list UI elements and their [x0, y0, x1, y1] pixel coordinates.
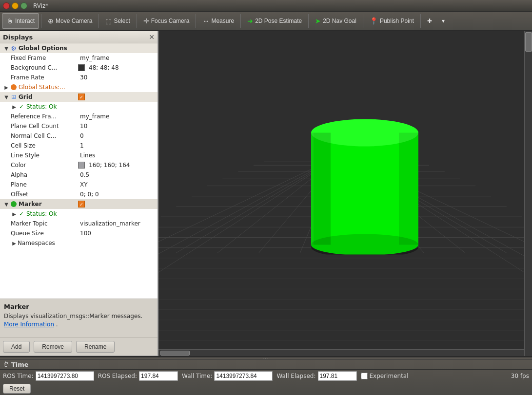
- plane-cell-label: Plane Cell Count: [11, 123, 69, 130]
- namespaces-item[interactable]: ▶ Namespaces: [0, 238, 158, 248]
- wall-time-input[interactable]: [214, 371, 273, 381]
- toolbar-separator: [41, 14, 41, 28]
- measure-icon: ↔: [202, 17, 209, 25]
- background-item[interactable]: Background C... 48; 48; 48: [0, 63, 158, 73]
- marker-status-item[interactable]: ▶ ✓ Status: Ok: [0, 209, 158, 219]
- remove-button[interactable]: Remove: [34, 341, 72, 353]
- publish-point-label: Publish Point: [380, 18, 414, 24]
- wall-elapsed-input[interactable]: [318, 371, 357, 381]
- marker-enabled-checkbox[interactable]: ✓: [78, 201, 85, 207]
- orange-circle-icon: [10, 83, 18, 91]
- ros-elapsed-input[interactable]: [139, 371, 178, 381]
- grid-color-value: 160; 160; 164: [87, 162, 130, 169]
- viewport-vertical-scrollbar[interactable]: [524, 31, 532, 356]
- grid-status-expand[interactable]: ▶: [11, 104, 18, 110]
- pose-estimate-button[interactable]: ➜ 2D Pose Estimate: [243, 13, 306, 29]
- content-area: Displays ✕ ▼ ⚙ Global Options: [0, 31, 532, 356]
- minimize-button[interactable]: [12, 2, 19, 9]
- alpha-item[interactable]: Alpha 0.5: [0, 170, 158, 180]
- marker-topic-value: visualization_marker: [78, 220, 140, 227]
- ros-time-group: ROS Time:: [3, 371, 94, 381]
- marker-topic-label: Marker Topic: [11, 220, 69, 227]
- queue-size-item[interactable]: Queue Size 100: [0, 228, 158, 238]
- fixed-frame-label: Fixed Frame: [11, 55, 69, 61]
- vertical-scroll-handle[interactable]: [525, 32, 532, 52]
- global-status-expand[interactable]: ▶: [3, 85, 10, 90]
- maximize-button[interactable]: [20, 2, 27, 9]
- info-title: Marker: [4, 303, 154, 310]
- status-bar: ⏱ Time ROS Time: ROS Elapsed: Wall Time:…: [0, 356, 532, 395]
- info-desc-text: Displays visualization_msgs::Marker mess…: [4, 313, 142, 320]
- marker-section-item[interactable]: ▼ Marker ✓: [0, 199, 158, 209]
- select-button[interactable]: ⬚ Select: [101, 13, 134, 29]
- ref-frame-label: Reference Fra...: [11, 113, 69, 120]
- checkmark-icon: ✓: [18, 103, 25, 111]
- namespaces-label: Namespaces: [18, 240, 76, 246]
- toolbar-dropdown-button[interactable]: ▾: [437, 13, 449, 29]
- global-status-item[interactable]: ▶ Global Status:...: [0, 82, 158, 92]
- move-camera-button[interactable]: ⊕ Move Camera: [43, 13, 97, 29]
- ref-frame-value: my_frame: [78, 113, 109, 120]
- toolbar: 🖱 Interact ⊕ Move Camera ⬚ Select ✛ Focu…: [0, 12, 532, 31]
- pose-estimate-icon: ➜: [247, 17, 253, 25]
- focus-camera-button[interactable]: ✛ Focus Camera: [139, 13, 194, 29]
- displays-close-button[interactable]: ✕: [149, 33, 155, 41]
- marker-checkmark-icon: ✓: [18, 210, 25, 218]
- horizontal-scroll-handle[interactable]: [160, 351, 190, 356]
- interact-label: Interact: [15, 18, 35, 24]
- rename-button[interactable]: Rename: [76, 341, 115, 353]
- namespaces-expand[interactable]: ▶: [11, 241, 18, 246]
- 3d-viewport[interactable]: [158, 31, 524, 356]
- window-controls: [3, 2, 27, 9]
- grid-enabled-checkbox[interactable]: ✓: [78, 94, 85, 100]
- wall-elapsed-label: Wall Elapsed:: [276, 373, 315, 379]
- grid-color-item[interactable]: Color 160; 160; 164: [0, 160, 158, 170]
- ref-frame-item[interactable]: Reference Fra... my_frame: [0, 112, 158, 121]
- toolbar-separator-5: [240, 14, 241, 28]
- cylinder-object: [306, 99, 423, 256]
- queue-size-label: Queue Size: [11, 230, 69, 237]
- alpha-label: Alpha: [11, 171, 69, 178]
- publish-point-button[interactable]: 📍 Publish Point: [365, 13, 418, 29]
- global-options-label: Global Options: [19, 45, 78, 52]
- ros-time-input[interactable]: [36, 371, 94, 381]
- cell-size-item[interactable]: Cell Size 1: [0, 141, 158, 150]
- grid-status-item[interactable]: ▶ ✓ Status: Ok: [0, 102, 158, 112]
- normal-cell-item[interactable]: Normal Cell C... 0: [0, 131, 158, 141]
- marker-status-expand[interactable]: ▶: [11, 211, 18, 217]
- measure-button[interactable]: ↔ Measure: [198, 13, 238, 29]
- nav-goal-button[interactable]: ➤ 2D Nav Goal: [311, 13, 361, 29]
- viewport-horizontal-scrollbar[interactable]: [158, 349, 524, 356]
- tree-panel[interactable]: ▼ ⚙ Global Options Fixed Frame: [0, 43, 158, 299]
- nav-goal-label: 2D Nav Goal: [323, 18, 356, 24]
- window-title: RViz*: [33, 2, 48, 9]
- grid-section-item[interactable]: ▼ ⊞ Grid ✓: [0, 92, 158, 102]
- displays-header: Displays ✕: [0, 31, 158, 43]
- plane-item[interactable]: Plane XY: [0, 180, 158, 189]
- reset-button[interactable]: Reset: [3, 384, 31, 394]
- move-camera-icon: ⊕: [48, 17, 54, 25]
- cell-size-label: Cell Size: [11, 142, 69, 149]
- toolbar-separator-8: [420, 14, 421, 28]
- experimental-checkbox[interactable]: [361, 373, 368, 379]
- frame-rate-item[interactable]: Frame Rate 30: [0, 73, 158, 82]
- offset-item[interactable]: Offset 0; 0; 0: [0, 189, 158, 199]
- add-button[interactable]: Add: [3, 341, 30, 353]
- fixed-frame-item[interactable]: Fixed Frame my_frame: [0, 53, 158, 63]
- wall-time-label: Wall Time:: [182, 373, 212, 379]
- plane-cell-item[interactable]: Plane Cell Count 10: [0, 121, 158, 131]
- normal-cell-label: Normal Cell C...: [11, 132, 69, 139]
- interact-button[interactable]: 🖱 Interact: [2, 13, 39, 29]
- toolbar-separator-3: [137, 14, 137, 28]
- add-toolbar-button[interactable]: ✚: [423, 13, 436, 29]
- marker-topic-item[interactable]: Marker Topic visualization_marker: [0, 219, 158, 228]
- grid-collapse[interactable]: ▼: [3, 94, 10, 100]
- global-options-item[interactable]: ▼ ⚙ Global Options: [0, 43, 158, 53]
- marker-collapse[interactable]: ▼: [3, 202, 10, 207]
- more-info-link[interactable]: More Information: [4, 321, 54, 328]
- titlebar: RViz*: [0, 0, 532, 12]
- plane-value: XY: [78, 181, 88, 188]
- line-style-item[interactable]: Line Style Lines: [0, 150, 158, 160]
- close-button[interactable]: [3, 2, 10, 9]
- global-options-collapse[interactable]: ▼: [3, 46, 10, 51]
